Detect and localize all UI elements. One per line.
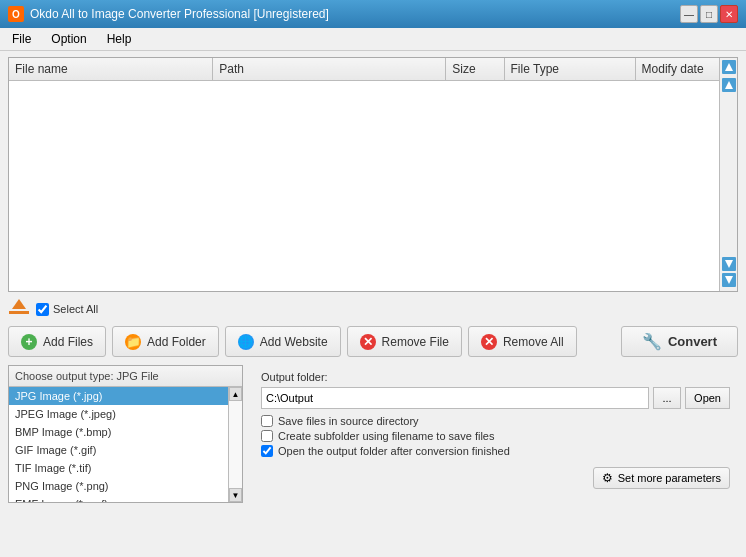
create-subfolder-checkbox[interactable] xyxy=(261,430,273,442)
scroll-top-button[interactable] xyxy=(722,60,736,74)
col-size: Size xyxy=(446,58,504,80)
toolbar: + Add Files 📁 Add Folder 🌐 Add Website ✕… xyxy=(8,326,738,357)
col-filename: File name xyxy=(9,58,213,80)
file-table-container: File name Path Size File Type Modify dat… xyxy=(8,57,738,292)
list-item[interactable]: TIF Image (*.tif) xyxy=(9,459,228,477)
list-scrollbar: ▲ ▼ xyxy=(228,387,242,502)
open-after-conversion-checkbox[interactable] xyxy=(261,445,273,457)
output-list[interactable]: JPG Image (*.jpg) JPEG Image (*.jpeg) BM… xyxy=(9,387,228,502)
svg-marker-0 xyxy=(725,63,733,71)
menu-help[interactable]: Help xyxy=(99,30,140,48)
create-subfolder-label: Create subfolder using filename to save … xyxy=(278,430,494,442)
create-subfolder-row: Create subfolder using filename to save … xyxy=(261,430,730,442)
list-item[interactable]: BMP Image (*.bmp) xyxy=(9,423,228,441)
list-item[interactable]: JPG Image (*.jpg) xyxy=(9,387,228,405)
select-all-checkbox[interactable] xyxy=(36,303,49,316)
remove-file-button[interactable]: ✕ Remove File xyxy=(347,326,462,357)
open-after-conversion-row: Open the output folder after conversion … xyxy=(261,445,730,457)
menu-option[interactable]: Option xyxy=(43,30,94,48)
maximize-button[interactable]: □ xyxy=(700,5,718,23)
remove-file-label: Remove File xyxy=(382,335,449,349)
remove-file-icon: ✕ xyxy=(360,334,376,350)
scroll-bottom-button[interactable] xyxy=(722,273,736,287)
list-item[interactable]: PNG Image (*.png) xyxy=(9,477,228,495)
list-item[interactable]: JPEG Image (*.jpeg) xyxy=(9,405,228,423)
close-button[interactable]: ✕ xyxy=(720,5,738,23)
svg-marker-3 xyxy=(725,276,733,284)
menu-bar: File Option Help xyxy=(0,28,746,51)
list-scroll-track xyxy=(229,401,242,488)
select-all-container: Select All xyxy=(36,303,98,316)
svg-marker-1 xyxy=(725,81,733,89)
folder-open-button[interactable]: Open xyxy=(685,387,730,409)
convert-icon: 🔧 xyxy=(642,332,662,351)
svg-marker-5 xyxy=(12,299,26,309)
save-source-dir-row: Save files in source directory xyxy=(261,415,730,427)
scroll-down-button[interactable] xyxy=(722,257,736,271)
add-files-label: Add Files xyxy=(43,335,93,349)
list-item[interactable]: GIF Image (*.gif) xyxy=(9,441,228,459)
output-type-header: Choose output type: JPG File xyxy=(9,366,242,387)
add-website-icon: 🌐 xyxy=(238,334,254,350)
table-scroll-area[interactable] xyxy=(9,81,719,291)
file-table: File name Path Size File Type Modify dat… xyxy=(9,58,737,81)
add-website-label: Add Website xyxy=(260,335,328,349)
open-after-conversion-label: Open the output folder after conversion … xyxy=(278,445,510,457)
main-content: File name Path Size File Type Modify dat… xyxy=(0,51,746,509)
app-icon: O xyxy=(8,6,24,22)
folder-browse-button[interactable]: ... xyxy=(653,387,681,409)
output-type-panel: Choose output type: JPG File JPG Image (… xyxy=(8,365,243,503)
save-source-dir-checkbox[interactable] xyxy=(261,415,273,427)
remove-all-label: Remove All xyxy=(503,335,564,349)
add-folder-button[interactable]: 📁 Add Folder xyxy=(112,326,219,357)
window-title: Okdo All to Image Converter Professional… xyxy=(30,7,329,21)
add-files-icon: + xyxy=(21,334,37,350)
more-params-label: Set more parameters xyxy=(618,472,721,484)
scroll-up-button[interactable] xyxy=(722,78,736,92)
remove-all-icon: ✕ xyxy=(481,334,497,350)
add-website-button[interactable]: 🌐 Add Website xyxy=(225,326,341,357)
list-scroll-down-button[interactable]: ▼ xyxy=(229,488,242,502)
output-folder-label: Output folder: xyxy=(261,371,730,383)
add-files-button[interactable]: + Add Files xyxy=(8,326,106,357)
list-item[interactable]: EMF Image (*.emf) xyxy=(9,495,228,502)
more-params-button[interactable]: ⚙ Set more parameters xyxy=(593,467,730,489)
svg-rect-4 xyxy=(9,311,29,314)
list-scroll-up-button[interactable]: ▲ xyxy=(229,387,242,401)
table-scrollbar xyxy=(719,58,737,291)
title-bar: O Okdo All to Image Converter Profession… xyxy=(0,0,746,28)
add-folder-label: Add Folder xyxy=(147,335,206,349)
output-folder-panel: Output folder: ... Open Save files in so… xyxy=(253,365,738,503)
convert-label: Convert xyxy=(668,334,717,349)
save-source-dir-label: Save files in source directory xyxy=(278,415,419,427)
title-buttons: — □ ✕ xyxy=(680,5,738,23)
bottom-controls: Select All xyxy=(8,298,738,320)
gear-icon: ⚙ xyxy=(602,471,613,485)
output-list-container: JPG Image (*.jpg) JPEG Image (*.jpeg) BM… xyxy=(9,387,242,502)
select-all-label: Select All xyxy=(53,303,98,315)
folder-input-row: ... Open xyxy=(261,387,730,409)
col-path: Path xyxy=(213,58,446,80)
minimize-button[interactable]: — xyxy=(680,5,698,23)
folder-path-input[interactable] xyxy=(261,387,649,409)
menu-file[interactable]: File xyxy=(4,30,39,48)
convert-button[interactable]: 🔧 Convert xyxy=(621,326,738,357)
upload-icon-button[interactable] xyxy=(8,298,30,320)
svg-marker-2 xyxy=(725,260,733,268)
remove-all-button[interactable]: ✕ Remove All xyxy=(468,326,577,357)
add-folder-icon: 📁 xyxy=(125,334,141,350)
col-filetype: File Type xyxy=(504,58,635,80)
bottom-panel: Choose output type: JPG File JPG Image (… xyxy=(8,365,738,503)
